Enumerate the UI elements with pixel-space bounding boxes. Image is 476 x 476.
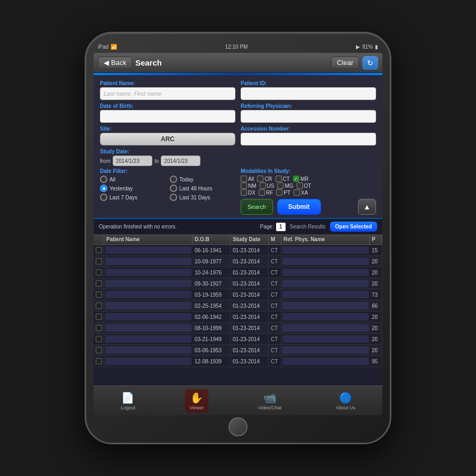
table-row[interactable]: 12-08-1939 01-23-2014 CT 95 [94,356,382,367]
radio-last7[interactable]: Last 7 Days [100,194,166,201]
patient-id-input[interactable] [241,87,376,100]
cell-dob: 03-06-1953 [193,345,231,355]
table-row[interactable]: 09-30-1927 01-23-2014 CT 20 [94,278,382,289]
row-checkbox-cell [94,300,104,311]
aboutus-icon: 🔵 [339,391,352,404]
th-study-date: Study Date [231,234,269,244]
mod-mg[interactable]: MG [277,182,293,189]
row-checkbox[interactable] [96,291,102,298]
mod-pt[interactable]: PT [276,189,290,196]
mod-cr[interactable]: CR [257,176,272,182]
mod-dx[interactable]: DX [241,189,255,196]
row-checkbox[interactable] [96,269,102,276]
row-checkbox[interactable] [96,347,102,353]
tab-aboutus[interactable]: 🔵 About Us [332,389,360,413]
row-checkbox[interactable] [96,358,102,364]
table-row[interactable]: 03-19-1959 01-23-2014 CT 73 [94,289,382,300]
row-checkbox[interactable] [96,258,102,264]
cell-patient-name [105,358,191,365]
radio-last48[interactable]: Last 48 Hours [170,185,235,192]
mod-row-2: NM US MG [241,182,376,189]
table-row[interactable]: 02-25-1954 01-23-2014 CT 66 [94,300,382,312]
mod-xa[interactable]: XA [294,189,308,196]
up-button[interactable]: ▲ [358,199,376,215]
mod-rf[interactable]: RF [259,189,273,196]
site-button[interactable]: ARC [100,133,235,145]
date-from-input[interactable] [113,155,152,166]
study-date-row: Study Date: from to [100,149,376,166]
cell-pages: 20 [370,257,382,267]
mod-ct-checkbox [276,176,282,182]
radio-last48-label: Last 48 Hours [179,186,212,191]
mod-all[interactable]: All [241,176,254,182]
row-checkbox[interactable] [96,303,102,309]
radio-last31[interactable]: Last 31 Days [170,194,235,201]
row-checkbox[interactable] [96,325,102,331]
cell-patient-name [105,258,191,265]
cell-dob: 08-10-1999 [193,323,231,333]
cell-patient-name [105,302,191,309]
table-row[interactable]: 03-21-1949 01-23-2014 CT 20 [94,334,382,345]
table-header: Patient Name D.O.B Study Date M Ref. Phy… [94,234,382,245]
radio-all[interactable]: All [100,176,166,183]
mod-mg-checkbox [277,182,283,189]
table-row[interactable]: 10-09-1977 01-23-2014 CT 20 [94,256,382,267]
mod-us[interactable]: US [260,182,274,189]
content-area: Patient Name: Patient ID: Date of Birth: [94,75,382,386]
dob-input[interactable] [100,110,235,123]
table-row[interactable]: 06-16-1941 01-23-2014 CT 15 [94,245,382,256]
mod-us-checkbox [260,182,266,189]
referring-physician-label: Referring Physician: [241,103,376,109]
cell-dob: 09-30-1927 [193,279,231,289]
radio-yesterday[interactable]: Yesterday [100,185,166,192]
th-modality: M [269,234,281,244]
table-row[interactable]: 02-06-1942 01-23-2014 CT 20 [94,312,382,323]
submit-button[interactable]: Submit [277,199,321,215]
refresh-button[interactable]: ↻ [362,56,378,70]
mod-nm[interactable]: NM [241,182,257,189]
clear-button[interactable]: Clear [331,57,359,69]
tab-viewer[interactable]: ✋ Viewer [185,389,208,413]
row-checkbox-cell [94,334,104,344]
table-row[interactable]: 03-06-1953 01-23-2014 CT 20 [94,345,382,356]
cell-modality: CT [269,356,281,367]
nav-title: Search [135,58,328,67]
filter-modality-row: Date Filter: All Today [100,168,376,215]
row-checkbox[interactable] [96,280,102,287]
radio-all-label: All [109,177,115,182]
date-to-input[interactable] [161,155,200,166]
row-checkbox[interactable] [96,314,102,320]
cell-modality: CT [269,245,281,255]
open-selected-button[interactable]: Open Selected [330,222,377,232]
row-checkbox[interactable] [96,247,102,253]
mod-mr-checkbox [293,176,299,182]
patient-name-input[interactable] [100,87,235,100]
logout-label: Logout [121,405,135,410]
cell-ref-phys [282,280,369,287]
tab-videochat[interactable]: 📹 Video/Chat [254,389,286,413]
cell-pages: 20 [370,279,382,289]
radio-today[interactable]: Today [170,176,235,183]
mod-ot-checkbox [297,182,303,189]
row-checkbox-cell [94,312,104,322]
search-button[interactable]: Search [241,199,273,215]
dob-label: Date of Birth: [100,103,235,109]
mod-ot[interactable]: OT [297,182,312,189]
tab-logout[interactable]: 📄 Logout [116,389,140,413]
accession-input[interactable] [241,133,376,145]
back-button[interactable]: ◀ Back [98,57,132,69]
modalities-section: Modalities In Study: All CR [241,168,376,215]
table-row[interactable]: 10-24-1976 01-23-2014 CT 20 [94,267,382,278]
row-checkbox-cell [94,356,104,367]
videochat-icon: 📹 [263,391,277,404]
mod-ct[interactable]: CT [276,176,290,182]
mod-mr[interactable]: MR [293,176,309,182]
cell-ref-phys [282,269,369,276]
th-checkbox [94,234,104,244]
patient-name-field: Patient Name: [100,80,235,100]
cell-study-date: 01-23-2014 [231,334,269,344]
referring-physician-input[interactable] [241,110,376,123]
table-row[interactable]: 08-10-1999 01-23-2014 CT 20 [94,323,382,334]
home-button[interactable] [228,417,248,436]
row-checkbox[interactable] [96,336,102,342]
